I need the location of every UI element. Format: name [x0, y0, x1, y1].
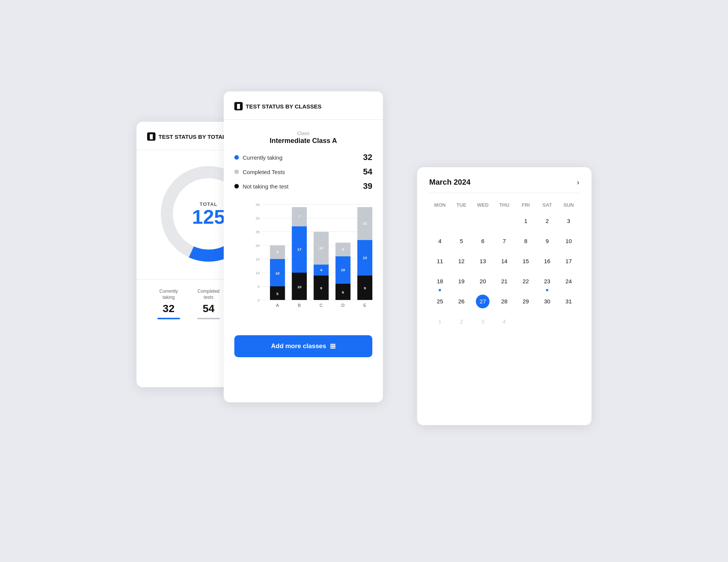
- classes-card-header: ▐▌ TEST STATUS BY CLASSES: [234, 102, 372, 110]
- legend-dot-black: [234, 184, 239, 188]
- stat-value-1: 54: [188, 303, 228, 315]
- cal-day-4[interactable]: 4: [429, 231, 451, 251]
- cal-day-16[interactable]: 16: [537, 251, 558, 271]
- cal-header-thu: THU: [494, 199, 515, 211]
- add-icon: ⊞: [330, 342, 336, 350]
- calendar-grid: MON TUE WED THU FRI SAT SUN 1 2 3 4 5 6 …: [429, 199, 579, 331]
- cal-day-30[interactable]: 30: [537, 291, 558, 311]
- cal-day-10[interactable]: 10: [558, 231, 579, 251]
- cal-day-31[interactable]: 31: [558, 291, 579, 311]
- cal-header-sat: SAT: [537, 199, 558, 211]
- cal-day-23[interactable]: 23: [537, 271, 558, 291]
- svg-text:25: 25: [256, 230, 260, 234]
- legend-left-1: Completed Tests: [234, 169, 285, 175]
- svg-text:D: D: [341, 303, 344, 308]
- svg-text:5: 5: [276, 292, 279, 296]
- cal-day-next-2[interactable]: 2: [451, 311, 472, 331]
- svg-text:7: 7: [298, 214, 301, 218]
- legend-list: Currently taking 32 Completed Tests 54 N…: [234, 152, 372, 191]
- cal-day-18[interactable]: 18: [429, 271, 451, 291]
- legend-item-2: Not taking the test 39: [234, 181, 372, 191]
- svg-text:0: 0: [258, 298, 260, 302]
- calendar-header: March 2024 ›: [429, 178, 579, 187]
- bar-chart-svg: 0 5 10 15 20 25 30 35: [249, 200, 372, 318]
- class-label: Class: [234, 130, 372, 136]
- donut-center: TOTAL 125: [192, 201, 225, 227]
- calendar-next-button[interactable]: ›: [577, 178, 579, 187]
- svg-text:5: 5: [258, 284, 260, 289]
- legend-item-0: Currently taking 32: [234, 152, 372, 162]
- classes-header-divider: [224, 119, 383, 120]
- add-classes-label: Add more classes: [271, 342, 326, 350]
- cal-day-24[interactable]: 24: [558, 271, 579, 291]
- cal-day-25[interactable]: 25: [429, 291, 451, 311]
- test-status-classes-card: ▐▌ TEST STATUS BY CLASSES Class Intermed…: [224, 91, 383, 402]
- svg-text:A: A: [276, 303, 279, 308]
- cal-header-mon: MON: [429, 199, 451, 211]
- svg-text:9: 9: [364, 286, 366, 290]
- cal-day-9[interactable]: 9: [537, 231, 558, 251]
- cal-day-empty-3: [472, 211, 494, 231]
- svg-text:35: 35: [256, 203, 260, 207]
- svg-text:30: 30: [256, 216, 260, 220]
- stat-currently-taking: Currentlytaking 32: [149, 289, 188, 319]
- cal-day-next-4[interactable]: 4: [494, 311, 515, 331]
- stat-label-1: Completedtests: [188, 289, 228, 300]
- cal-day-26[interactable]: 26: [451, 291, 472, 311]
- classes-card-title: TEST STATUS BY CLASSES: [246, 103, 322, 110]
- legend-left-0: Currently taking: [234, 154, 282, 161]
- svg-text:12: 12: [363, 221, 367, 225]
- legend-label-1: Completed Tests: [243, 169, 285, 175]
- calendar-divider: [429, 193, 579, 193]
- cal-header-wed: WED: [472, 199, 494, 211]
- cal-day-6[interactable]: 6: [472, 231, 494, 251]
- cal-header-sun: SUN: [558, 199, 579, 211]
- cal-day-19[interactable]: 19: [451, 271, 472, 291]
- svg-text:E: E: [363, 303, 366, 308]
- cal-day-8[interactable]: 8: [515, 231, 537, 251]
- cal-day-empty-2: [451, 211, 472, 231]
- svg-text:10: 10: [297, 285, 301, 289]
- cal-day-11[interactable]: 11: [429, 251, 451, 271]
- legend-dot-blue: [234, 155, 239, 160]
- cal-day-22[interactable]: 22: [515, 271, 537, 291]
- cal-day-empty-1: [429, 211, 451, 231]
- cal-day-1[interactable]: 1: [515, 211, 537, 231]
- cal-day-14[interactable]: 14: [494, 251, 515, 271]
- cal-day-12[interactable]: 12: [451, 251, 472, 271]
- class-name: Intermediate Class A: [234, 137, 372, 145]
- stat-value-0: 32: [149, 303, 188, 315]
- legend-dot-gray: [234, 170, 239, 174]
- cal-day-empty-7: [558, 311, 579, 331]
- svg-text:5: 5: [276, 250, 279, 254]
- cal-day-next-1[interactable]: 1: [429, 311, 451, 331]
- svg-text:17: 17: [297, 247, 301, 251]
- svg-text:4: 4: [320, 268, 322, 272]
- stat-bar-0: [157, 318, 180, 319]
- legend-label-2: Not taking the test: [243, 183, 289, 190]
- cal-day-29[interactable]: 29: [515, 291, 537, 311]
- svg-text:B: B: [298, 303, 301, 308]
- cal-day-20[interactable]: 20: [472, 271, 494, 291]
- cal-day-28[interactable]: 28: [494, 291, 515, 311]
- cal-day-15[interactable]: 15: [515, 251, 537, 271]
- cal-day-13[interactable]: 13: [472, 251, 494, 271]
- cal-day-3[interactable]: 3: [558, 211, 579, 231]
- cal-day-17[interactable]: 17: [558, 251, 579, 271]
- class-subtitle: Class Intermediate Class A: [234, 130, 372, 145]
- cal-day-empty-4: [494, 211, 515, 231]
- legend-count-2: 39: [363, 181, 372, 191]
- cal-day-27-today[interactable]: 27: [472, 291, 494, 311]
- cal-day-2[interactable]: 2: [537, 211, 558, 231]
- svg-text:10: 10: [275, 271, 279, 275]
- svg-text:C: C: [320, 303, 323, 308]
- cal-day-7[interactable]: 7: [494, 231, 515, 251]
- cal-day-empty-5: [515, 311, 537, 331]
- cal-day-5[interactable]: 5: [451, 231, 472, 251]
- add-classes-button[interactable]: Add more classes ⊞: [234, 335, 372, 357]
- legend-count-1: 54: [363, 167, 372, 177]
- bar-chart-area: 0 5 10 15 20 25 30 35: [234, 200, 372, 329]
- cal-day-21[interactable]: 21: [494, 271, 515, 291]
- svg-text:10: 10: [341, 268, 345, 272]
- cal-day-next-3[interactable]: 3: [472, 311, 494, 331]
